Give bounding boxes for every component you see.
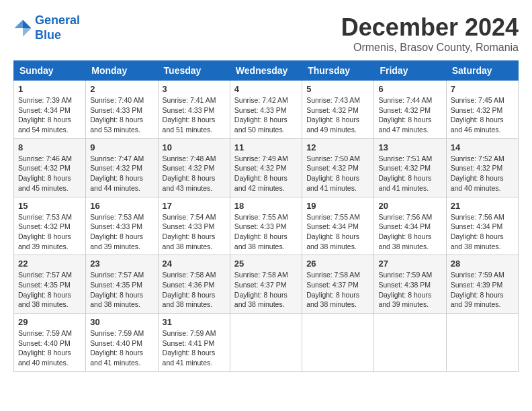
day-number: 21 (451, 201, 514, 211)
calendar-day-5: 5 Sunrise: 7:43 AM Sunset: 4:32 PM Dayli… (302, 81, 374, 139)
empty-cell (230, 314, 302, 372)
day-header-monday: Monday (86, 61, 158, 81)
svg-marker-1 (23, 28, 32, 37)
day-info: Sunrise: 7:54 AM Sunset: 4:33 PM Dayligh… (163, 212, 226, 252)
day-info: Sunrise: 7:47 AM Sunset: 4:32 PM Dayligh… (90, 154, 153, 193)
day-info: Sunrise: 7:55 AM Sunset: 4:34 PM Dayligh… (306, 212, 369, 252)
day-number: 16 (90, 201, 153, 211)
calendar-day-20: 20 Sunrise: 7:56 AM Sunset: 4:34 PM Dayl… (374, 197, 446, 255)
day-number: 15 (18, 201, 81, 211)
subtitle: Ormenis, Brasov County, Romania (341, 42, 519, 54)
calendar-week-4: 22 Sunrise: 7:57 AM Sunset: 4:35 PM Dayl… (14, 255, 519, 314)
empty-cell (302, 314, 374, 372)
calendar-day-4: 4 Sunrise: 7:42 AM Sunset: 4:33 PM Dayli… (230, 81, 302, 139)
day-header-sunday: Sunday (14, 61, 86, 81)
day-info: Sunrise: 7:43 AM Sunset: 4:32 PM Dayligh… (306, 95, 369, 135)
calendar-day-22: 22 Sunrise: 7:57 AM Sunset: 4:35 PM Dayl… (14, 255, 86, 314)
calendar-week-2: 8 Sunrise: 7:46 AM Sunset: 4:32 PM Dayli… (14, 138, 519, 197)
day-number: 30 (90, 317, 153, 327)
day-info: Sunrise: 7:41 AM Sunset: 4:33 PM Dayligh… (163, 95, 226, 135)
day-info: Sunrise: 7:48 AM Sunset: 4:32 PM Dayligh… (163, 154, 226, 193)
calendar-day-23: 23 Sunrise: 7:57 AM Sunset: 4:35 PM Dayl… (86, 255, 158, 314)
day-info: Sunrise: 7:59 AM Sunset: 4:40 PM Dayligh… (90, 328, 153, 368)
day-info: Sunrise: 7:45 AM Sunset: 4:32 PM Dayligh… (451, 95, 514, 135)
calendar-day-29: 29 Sunrise: 7:59 AM Sunset: 4:40 PM Dayl… (14, 314, 86, 372)
calendar-day-11: 11 Sunrise: 7:49 AM Sunset: 4:32 PM Dayl… (230, 138, 302, 197)
day-number: 6 (378, 84, 441, 94)
day-info: Sunrise: 7:59 AM Sunset: 4:39 PM Dayligh… (451, 270, 514, 310)
day-info: Sunrise: 7:58 AM Sunset: 4:36 PM Dayligh… (163, 270, 226, 310)
calendar-day-15: 15 Sunrise: 7:53 AM Sunset: 4:32 PM Dayl… (14, 197, 86, 255)
day-number: 26 (306, 259, 369, 269)
calendar-day-24: 24 Sunrise: 7:58 AM Sunset: 4:36 PM Dayl… (158, 255, 230, 314)
day-number: 13 (378, 142, 441, 152)
day-info: Sunrise: 7:57 AM Sunset: 4:35 PM Dayligh… (18, 270, 81, 310)
calendar-table: SundayMondayTuesdayWednesdayThursdayFrid… (13, 60, 519, 372)
day-header-friday: Friday (374, 61, 446, 81)
day-info: Sunrise: 7:58 AM Sunset: 4:37 PM Dayligh… (234, 270, 298, 310)
day-number: 17 (163, 201, 226, 211)
day-number: 19 (306, 201, 369, 211)
day-info: Sunrise: 7:56 AM Sunset: 4:34 PM Dayligh… (378, 212, 441, 252)
day-info: Sunrise: 7:57 AM Sunset: 4:35 PM Dayligh… (90, 270, 153, 310)
day-number: 12 (306, 142, 369, 152)
day-info: Sunrise: 7:53 AM Sunset: 4:33 PM Dayligh… (90, 212, 153, 252)
day-number: 8 (18, 142, 81, 152)
day-number: 18 (234, 201, 298, 211)
day-header-saturday: Saturday (446, 61, 518, 81)
day-number: 5 (306, 84, 369, 94)
day-info: Sunrise: 7:51 AM Sunset: 4:32 PM Dayligh… (378, 154, 441, 193)
calendar-day-14: 14 Sunrise: 7:52 AM Sunset: 4:32 PM Dayl… (446, 138, 518, 197)
day-info: Sunrise: 7:59 AM Sunset: 4:41 PM Dayligh… (163, 328, 226, 368)
calendar-day-13: 13 Sunrise: 7:51 AM Sunset: 4:32 PM Dayl… (374, 138, 446, 197)
day-info: Sunrise: 7:42 AM Sunset: 4:33 PM Dayligh… (234, 95, 298, 135)
calendar-day-18: 18 Sunrise: 7:55 AM Sunset: 4:33 PM Dayl… (230, 197, 302, 255)
calendar-day-17: 17 Sunrise: 7:54 AM Sunset: 4:33 PM Dayl… (158, 197, 230, 255)
day-number: 23 (90, 259, 153, 269)
calendar-day-6: 6 Sunrise: 7:44 AM Sunset: 4:32 PM Dayli… (374, 81, 446, 139)
day-number: 24 (163, 259, 226, 269)
calendar-day-2: 2 Sunrise: 7:40 AM Sunset: 4:33 PM Dayli… (86, 81, 158, 139)
day-number: 28 (451, 259, 514, 269)
day-info: Sunrise: 7:40 AM Sunset: 4:33 PM Dayligh… (90, 95, 153, 135)
calendar-day-16: 16 Sunrise: 7:53 AM Sunset: 4:33 PM Dayl… (86, 197, 158, 255)
logo-text: General Blue (35, 13, 80, 42)
day-number: 9 (90, 142, 153, 152)
calendar-day-10: 10 Sunrise: 7:48 AM Sunset: 4:32 PM Dayl… (158, 138, 230, 197)
calendar-week-1: 1 Sunrise: 7:39 AM Sunset: 4:34 PM Dayli… (14, 81, 519, 139)
svg-marker-0 (23, 19, 32, 28)
calendar-day-30: 30 Sunrise: 7:59 AM Sunset: 4:40 PM Dayl… (86, 314, 158, 372)
day-info: Sunrise: 7:44 AM Sunset: 4:32 PM Dayligh… (378, 95, 441, 135)
day-info: Sunrise: 7:58 AM Sunset: 4:37 PM Dayligh… (306, 270, 369, 310)
calendar-header-row: SundayMondayTuesdayWednesdayThursdayFrid… (14, 61, 519, 81)
empty-cell (374, 314, 446, 372)
day-info: Sunrise: 7:55 AM Sunset: 4:33 PM Dayligh… (234, 212, 298, 252)
logo-icon (13, 19, 32, 38)
calendar-day-9: 9 Sunrise: 7:47 AM Sunset: 4:32 PM Dayli… (86, 138, 158, 197)
day-info: Sunrise: 7:50 AM Sunset: 4:32 PM Dayligh… (306, 154, 369, 193)
day-number: 25 (234, 259, 298, 269)
day-info: Sunrise: 7:56 AM Sunset: 4:34 PM Dayligh… (451, 212, 514, 252)
day-number: 29 (18, 317, 81, 327)
day-header-tuesday: Tuesday (158, 61, 230, 81)
calendar-day-3: 3 Sunrise: 7:41 AM Sunset: 4:33 PM Dayli… (158, 81, 230, 139)
calendar-day-28: 28 Sunrise: 7:59 AM Sunset: 4:39 PM Dayl… (446, 255, 518, 314)
day-number: 31 (163, 317, 226, 327)
day-number: 1 (18, 84, 81, 94)
day-info: Sunrise: 7:59 AM Sunset: 4:38 PM Dayligh… (378, 270, 441, 310)
calendar-day-27: 27 Sunrise: 7:59 AM Sunset: 4:38 PM Dayl… (374, 255, 446, 314)
day-info: Sunrise: 7:52 AM Sunset: 4:32 PM Dayligh… (451, 154, 514, 193)
day-number: 22 (18, 259, 81, 269)
calendar-week-3: 15 Sunrise: 7:53 AM Sunset: 4:32 PM Dayl… (14, 197, 519, 255)
calendar-day-21: 21 Sunrise: 7:56 AM Sunset: 4:34 PM Dayl… (446, 197, 518, 255)
calendar-day-19: 19 Sunrise: 7:55 AM Sunset: 4:34 PM Dayl… (302, 197, 374, 255)
day-info: Sunrise: 7:39 AM Sunset: 4:34 PM Dayligh… (18, 95, 81, 135)
day-number: 27 (378, 259, 441, 269)
calendar-day-8: 8 Sunrise: 7:46 AM Sunset: 4:32 PM Dayli… (14, 138, 86, 197)
day-info: Sunrise: 7:53 AM Sunset: 4:32 PM Dayligh… (18, 212, 81, 252)
day-number: 14 (451, 142, 514, 152)
empty-cell (446, 314, 518, 372)
calendar-day-1: 1 Sunrise: 7:39 AM Sunset: 4:34 PM Dayli… (14, 81, 86, 139)
svg-marker-2 (14, 19, 23, 28)
title-section: December 2024 Ormenis, Brasov County, Ro… (341, 13, 519, 54)
